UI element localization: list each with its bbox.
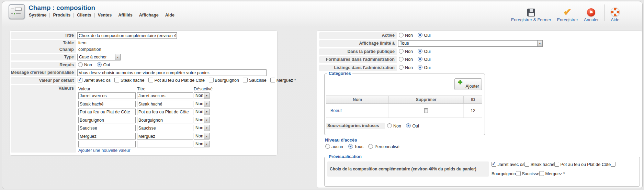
- radio-label: Oui: [424, 65, 430, 70]
- radio-publique-non[interactable]: [399, 49, 404, 54]
- table-value: item: [78, 40, 87, 46]
- chevron-down-icon: ▼: [204, 133, 209, 139]
- desactive-select[interactable]: Non▼: [194, 117, 210, 123]
- checkbox-label: Pot au feu ou Plat de Côte: [560, 162, 611, 167]
- menu-item-affichage[interactable]: Affichage: [136, 13, 162, 18]
- valeur-input[interactable]: [78, 117, 136, 123]
- cancel-label: Annuler: [584, 18, 599, 22]
- message-erreur-input[interactable]: [77, 69, 267, 76]
- titre-valeur-input[interactable]: [137, 92, 193, 99]
- radio-active-oui[interactable]: [418, 33, 422, 37]
- radio-label: Non: [84, 63, 92, 67]
- titre-input[interactable]: [77, 32, 177, 39]
- menu-item-affilies[interactable]: Affiliés: [115, 13, 136, 18]
- radio-formulaires-oui[interactable]: [418, 57, 422, 62]
- radio-acces-personnalise[interactable]: [368, 144, 373, 149]
- radio-requis-oui[interactable]: [97, 62, 102, 67]
- cancel-button[interactable]: Annuler: [584, 8, 599, 22]
- radio-sous-oui[interactable]: [406, 123, 411, 128]
- add-value-link[interactable]: Ajouter une nouvelle valeur: [78, 148, 131, 153]
- desactive-select[interactable]: Non▼: [194, 133, 210, 139]
- checkbox-pot-au-feu[interactable]: [148, 78, 153, 82]
- trash-icon[interactable]: [424, 109, 428, 113]
- champ-value: composition: [78, 46, 101, 53]
- icon-inputbox: [15, 8, 22, 11]
- preview-checkbox-pot-au-feu[interactable]: [554, 162, 559, 167]
- affichage-limite-select[interactable]: Tous ▼: [398, 40, 543, 47]
- help-label: Aide: [611, 18, 619, 22]
- menu-item-produits[interactable]: Produits: [49, 13, 74, 18]
- help-button[interactable]: Aide: [611, 8, 620, 22]
- radio-acces-tous[interactable]: [348, 144, 353, 149]
- titre-valeur-input[interactable]: [137, 141, 193, 147]
- valeur-input[interactable]: [78, 92, 136, 99]
- chevron-down-icon: ▼: [204, 141, 209, 147]
- radio-acces-aucun[interactable]: [325, 144, 330, 149]
- category-name-link[interactable]: Boeuf: [326, 108, 388, 113]
- categories-table-header: Nom Supprimer ID: [326, 96, 482, 104]
- active-label: Activé: [319, 32, 397, 39]
- save-close-label: Enregistrer & Fermer: [511, 18, 551, 22]
- checkbox-steak-hache[interactable]: [114, 78, 119, 82]
- desactive-select[interactable]: Non▼: [194, 92, 210, 99]
- checkbox-merguez[interactable]: [270, 78, 275, 82]
- preview-checkbox-merguez[interactable]: [539, 171, 544, 176]
- category-id: 12: [463, 104, 482, 118]
- titre-valeur-input[interactable]: [137, 133, 193, 139]
- valeur-input[interactable]: [78, 125, 136, 131]
- radio-listings-oui[interactable]: [418, 65, 422, 70]
- preview-checkbox-bourguignon[interactable]: [611, 162, 615, 167]
- radio-publique-oui[interactable]: [418, 49, 422, 54]
- add-category-label: Ajouter: [465, 84, 479, 89]
- message-erreur-label: Message d'erreur personnalisé: [11, 69, 76, 76]
- radio-sous-non[interactable]: [387, 123, 392, 128]
- window-chrome: Champ : composition Système Produits Cli…: [2, 1, 643, 189]
- radio-label: Oui: [424, 33, 430, 38]
- radio-label: Oui: [424, 57, 430, 62]
- preview-checkbox-jarret-avec-os[interactable]: [492, 162, 496, 167]
- chevron-down-icon: ▼: [204, 117, 209, 123]
- menu-item-clients[interactable]: Clients: [74, 13, 94, 18]
- preview-checkbox-steak-hache[interactable]: [524, 162, 529, 167]
- valeur-input[interactable]: [78, 101, 136, 107]
- valeur-input[interactable]: [78, 133, 136, 139]
- checkbox-saucisse[interactable]: [243, 78, 248, 82]
- titre-valeur-input[interactable]: [137, 117, 193, 123]
- checkbox-label: Bourguignon: [492, 171, 516, 176]
- radio-active-non[interactable]: [399, 33, 404, 37]
- menu-item-aide[interactable]: Aide: [162, 13, 178, 18]
- menu-item-systeme[interactable]: Système: [29, 13, 49, 18]
- valeur-input[interactable]: [78, 109, 136, 115]
- titre-valeur-input[interactable]: [137, 125, 193, 131]
- checkbox-jarret-avec-os[interactable]: [78, 78, 82, 82]
- desactive-select-value: Non: [194, 141, 204, 147]
- valeur-input[interactable]: [78, 141, 136, 147]
- checkbox-bourguignon[interactable]: [209, 78, 214, 82]
- toolbar: Enregistrer & Fermer ✔ Enregistrer Annul…: [511, 4, 620, 22]
- titre-valeur-input[interactable]: [137, 101, 193, 107]
- preview-checkbox-saucisse[interactable]: [516, 171, 521, 176]
- desactive-select[interactable]: Non▼: [194, 101, 210, 107]
- valeurs-header-valeur: Valeur: [78, 86, 90, 92]
- add-category-button[interactable]: ✚ Ajouter: [454, 78, 482, 90]
- chevron-down-icon: ▼: [204, 109, 209, 115]
- checkbox-label: Steak haché: [530, 162, 554, 167]
- save-button[interactable]: ✔ Enregistrer: [557, 8, 578, 22]
- champ-label: Champ: [11, 46, 76, 53]
- radio-label: Non: [405, 57, 413, 62]
- checkbox-label: Merguez *: [276, 78, 296, 83]
- type-select[interactable]: Case à cocher ▼: [77, 54, 121, 60]
- menu-item-ventes[interactable]: Ventes: [94, 13, 115, 18]
- checkbox-label: Pot au feu ou Plat de Côte: [154, 78, 205, 83]
- desactive-select-value: Non: [194, 117, 204, 123]
- titre-valeur-input[interactable]: [137, 109, 193, 115]
- checkbox-label: Saucisse: [249, 78, 267, 83]
- save-close-button[interactable]: Enregistrer & Fermer: [511, 9, 551, 22]
- desactive-select[interactable]: Non▼: [194, 141, 210, 147]
- radio-formulaires-non[interactable]: [399, 57, 404, 62]
- desactive-select-value: Non: [194, 125, 204, 131]
- desactive-select[interactable]: Non▼: [194, 109, 210, 115]
- radio-requis-non[interactable]: [78, 62, 83, 67]
- desactive-select[interactable]: Non▼: [194, 125, 210, 131]
- radio-listings-non[interactable]: [399, 65, 404, 70]
